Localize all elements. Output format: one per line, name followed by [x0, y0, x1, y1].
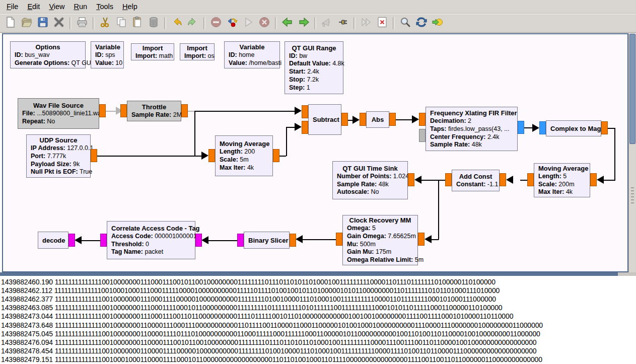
port-orange[interactable]	[408, 173, 414, 186]
connection[interactable]	[431, 239, 439, 240]
port-orange[interactable]	[418, 233, 425, 246]
port-orange[interactable]	[290, 234, 296, 247]
port-orange[interactable]	[302, 121, 308, 134]
block-mavg200[interactable]: Moving AverageLength: 200Scale: 5mMax It…	[215, 135, 273, 176]
port-blue[interactable]	[539, 121, 546, 134]
menu-file[interactable]: File	[2, 1, 23, 12]
block-import_math[interactable]: ImportImport: math	[131, 43, 174, 60]
block-subtract[interactable]: Subtract	[308, 104, 341, 135]
port-orange[interactable]	[302, 105, 308, 118]
port-orange[interactable]	[360, 113, 366, 126]
cut-button[interactable]	[98, 16, 113, 31]
menu-run[interactable]: Run	[69, 1, 92, 12]
block-wav_src[interactable]: Wav File SourceFile: ...50890800_linie11…	[18, 98, 99, 129]
connection[interactable]	[608, 128, 615, 129]
connection[interactable]	[438, 180, 439, 240]
fast-forward-button[interactable]	[359, 16, 374, 31]
back-button[interactable]	[280, 16, 295, 31]
connection[interactable]	[286, 127, 295, 128]
delete-button[interactable]	[146, 16, 161, 31]
block-qt_range[interactable]: QT GUI RangeID: bwDefault Value: 4.8kSta…	[285, 41, 343, 94]
port-orange[interactable]	[208, 149, 215, 162]
paste-button[interactable]	[130, 16, 145, 31]
connect-button[interactable]	[430, 16, 445, 31]
port-magenta[interactable]	[68, 234, 75, 247]
port-orange[interactable]	[527, 173, 534, 186]
port-orange[interactable]	[99, 104, 106, 117]
errors-document-button[interactable]	[375, 16, 390, 31]
block-clockrec[interactable]: Clock Recovery MMOmega: 5Gain Omega: 7.6…	[342, 215, 418, 265]
block-fir[interactable]: Frequency Xlating FIR FilterDecimation: …	[426, 107, 518, 151]
view-errors-button[interactable]	[208, 16, 224, 31]
port-blue[interactable]	[518, 121, 524, 134]
scrollbar-thumb[interactable]	[629, 34, 635, 144]
redo-button[interactable]	[185, 16, 200, 31]
block-c2mag[interactable]: Complex to Mag	[546, 120, 601, 136]
connection[interactable]	[194, 111, 295, 112]
port-orange[interactable]	[590, 173, 597, 186]
connection[interactable]	[614, 128, 615, 180]
port-orange[interactable]	[336, 233, 342, 246]
block-var_home[interactable]: VariableID: homeValue: /home/basti	[224, 41, 280, 68]
port-orange[interactable]	[341, 113, 348, 126]
menu-view[interactable]: View	[44, 1, 69, 12]
close-flowgraph-button[interactable]	[51, 16, 66, 31]
connection[interactable]	[194, 111, 195, 156]
port-magenta[interactable]	[237, 234, 244, 247]
port-orange[interactable]	[601, 121, 608, 134]
port-orange[interactable]	[389, 113, 396, 126]
kill-flowgraph-button[interactable]	[257, 16, 272, 31]
connection[interactable]	[603, 180, 615, 181]
flowgraph-canvas[interactable]: OptionsID: bus_wavGenerate Options: QT G…	[2, 33, 628, 272]
forward-button[interactable]	[296, 16, 311, 31]
port-magenta[interactable]	[100, 234, 107, 247]
menu-tools[interactable]: Tools	[92, 1, 118, 12]
undo-button[interactable]	[169, 16, 184, 31]
block-decode[interactable]: decode	[38, 232, 68, 249]
menu-edit[interactable]: Edit	[23, 1, 44, 12]
connection[interactable]	[279, 156, 286, 157]
connection[interactable]	[97, 156, 202, 157]
block-timesink[interactable]: QT GUI Time SinkNumber of Points: 1.024k…	[332, 161, 408, 199]
block-var_sps[interactable]: VariableID: spsValue: 10	[91, 41, 124, 68]
port-magenta[interactable]	[195, 234, 202, 247]
connection[interactable]	[396, 119, 412, 120]
menu-help[interactable]: Help	[118, 1, 142, 12]
execute-flowgraph-button[interactable]	[241, 16, 256, 31]
canvas-console-splitter[interactable]	[0, 272, 636, 276]
block-mavg5[interactable]: Moving AverageLength: 5Scale: 200mMax It…	[534, 163, 590, 197]
hide-disabled-blocks-button[interactable]	[319, 16, 334, 31]
canvas-vertical-scrollbar[interactable]	[628, 33, 636, 272]
block-udp_src[interactable]: UDP SourceIP Address: 127.0.0.1Port: 7.7…	[26, 134, 91, 178]
port-orange[interactable]	[181, 104, 188, 117]
port-orange[interactable]	[419, 113, 426, 126]
connection[interactable]	[286, 127, 287, 156]
generate-flowgraph-button[interactable]	[225, 16, 240, 31]
block-throttle[interactable]: ThrottleSample Rate: 2M	[127, 101, 181, 121]
block-options[interactable]: OptionsID: bus_wavGenerate Options: QT G…	[10, 41, 86, 68]
connection[interactable]	[208, 240, 237, 241]
save-flowgraph-button[interactable]	[35, 16, 50, 31]
copy-button[interactable]	[114, 16, 129, 31]
connection[interactable]	[81, 240, 100, 241]
connection[interactable]	[524, 127, 533, 128]
connection[interactable]	[520, 180, 527, 181]
block-binslicer[interactable]: Binary Slicer	[244, 232, 290, 249]
find-block-button[interactable]	[398, 16, 413, 31]
port-orange[interactable]	[91, 149, 97, 162]
port-orange[interactable]	[120, 104, 127, 117]
port-orange[interactable]	[445, 173, 452, 186]
connection[interactable]	[302, 239, 336, 240]
block-import_os[interactable]: ImportImport: os	[180, 43, 215, 60]
reload-blocks-button[interactable]	[335, 16, 350, 31]
block-correlate[interactable]: Correlate Access Code - TagAccess Code: …	[107, 221, 195, 259]
port-orange[interactable]	[500, 173, 506, 186]
connection-disabled[interactable]	[188, 111, 194, 112]
block-abs[interactable]: Abs	[366, 111, 389, 128]
port-orange[interactable]	[273, 149, 279, 162]
refresh-button[interactable]	[414, 16, 429, 31]
connection[interactable]	[421, 180, 445, 181]
connection-disabled[interactable]	[106, 111, 116, 112]
block-addconst[interactable]: Add ConstConstant: -1.1	[452, 170, 500, 191]
port-gray[interactable]	[419, 129, 426, 142]
